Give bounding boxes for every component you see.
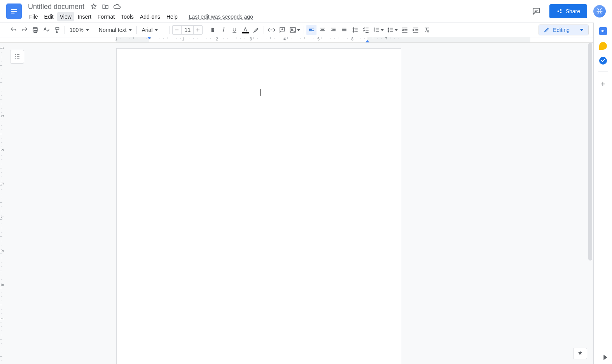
ruler-tick	[1, 159, 2, 160]
insert-image-button[interactable]	[288, 25, 301, 35]
editing-mode-button[interactable]: Editing	[539, 24, 589, 35]
ruler-tick	[1, 335, 2, 335]
add-apps-button[interactable]: +	[600, 79, 605, 89]
ruler-tick	[0, 185, 2, 186]
open-comments-button[interactable]	[529, 4, 543, 18]
ruler-tick	[394, 38, 395, 39]
ruler-tick	[185, 37, 185, 39]
menu-addons[interactable]: Add-ons	[137, 12, 163, 21]
ruler-tick	[0, 151, 2, 151]
paragraph-style-select[interactable]: Normal text	[96, 26, 135, 34]
ruler-tick	[189, 38, 189, 39]
calendar-app-icon[interactable]	[599, 27, 607, 35]
svg-rect-3	[557, 11, 558, 11]
ruler-tick	[386, 38, 386, 39]
align-center-button[interactable]	[317, 25, 327, 35]
align-left-button[interactable]	[306, 25, 316, 35]
scrollbar-thumb[interactable]	[588, 43, 592, 261]
right-indent-marker[interactable]	[365, 40, 369, 42]
ruler-number: 7	[0, 318, 5, 320]
style-value: Normal text	[99, 27, 127, 33]
checklist-button[interactable]	[361, 25, 371, 35]
ruler-tick	[270, 37, 271, 39]
docs-logo[interactable]	[6, 4, 22, 19]
align-justify-button[interactable]	[339, 25, 349, 35]
cloud-saved-icon[interactable]	[113, 3, 121, 10]
document-page[interactable]	[116, 48, 401, 364]
ruler-tick	[356, 37, 356, 39]
sidepanel-divider	[598, 72, 608, 72]
tasks-app-icon[interactable]	[599, 57, 607, 65]
ruler-tick	[1, 125, 2, 126]
svg-text:3: 3	[374, 30, 375, 33]
numbered-list-button[interactable]: 123	[372, 25, 385, 35]
show-outline-button[interactable]	[10, 50, 24, 64]
font-select[interactable]: Arial	[139, 26, 167, 34]
paint-format-button[interactable]	[52, 25, 62, 35]
ruler-tick	[0, 65, 2, 66]
ruler-tick	[232, 38, 232, 39]
menu-format[interactable]: Format	[95, 12, 117, 21]
ruler-tick	[313, 38, 313, 39]
font-size-increase-button[interactable]	[194, 26, 202, 34]
decrease-indent-button[interactable]	[400, 25, 410, 35]
ruler-tick	[1, 130, 2, 130]
last-edit-link[interactable]: Last edit was seconds ago	[189, 14, 253, 20]
ruler-tick	[279, 38, 279, 39]
font-size-group	[172, 25, 203, 35]
ruler-tick	[1, 331, 2, 331]
spellcheck-button[interactable]	[41, 25, 51, 35]
bold-button[interactable]	[208, 25, 218, 35]
star-icon[interactable]	[90, 3, 98, 10]
ruler-tick	[1, 91, 2, 91]
svg-rect-0	[11, 9, 17, 10]
menu-insert[interactable]: Insert	[75, 12, 94, 21]
menu-help[interactable]: Help	[164, 12, 180, 21]
ruler-tick	[309, 38, 309, 39]
undo-button[interactable]	[9, 25, 19, 35]
keep-app-icon[interactable]	[599, 42, 607, 50]
highlight-button[interactable]	[251, 25, 261, 35]
toolbar-separator	[304, 26, 304, 34]
menu-edit[interactable]: Edit	[42, 12, 56, 21]
vertical-ruler[interactable]: 1 1 2 3 4 5 6 7	[0, 43, 6, 364]
menu-file[interactable]: File	[26, 12, 41, 21]
hide-sidepanel-button[interactable]	[603, 355, 607, 360]
ruler-tick	[1, 360, 2, 361]
line-spacing-button[interactable]	[350, 25, 360, 35]
account-avatar[interactable]	[593, 5, 606, 18]
ruler-tick	[202, 37, 202, 39]
print-button[interactable]	[30, 25, 40, 35]
insert-link-button[interactable]	[266, 25, 276, 35]
toolbar-separator	[136, 26, 137, 34]
ruler-tick	[253, 37, 254, 39]
explore-button[interactable]	[573, 348, 587, 359]
menu-tools[interactable]: Tools	[118, 12, 136, 21]
ruler-tick	[133, 37, 134, 39]
menu-view[interactable]: View	[57, 12, 74, 21]
ruler-tick	[300, 38, 301, 39]
underline-button[interactable]	[229, 25, 240, 35]
zoom-select[interactable]: 100%	[67, 26, 91, 34]
ruler-tick	[381, 38, 382, 39]
font-size-decrease-button[interactable]	[173, 26, 181, 34]
svg-point-12	[388, 28, 389, 28]
ruler-number: 2	[216, 37, 218, 41]
redo-button[interactable]	[19, 25, 30, 35]
text-color-button[interactable]	[240, 27, 250, 33]
document-title[interactable]: Untitled document	[26, 2, 86, 12]
clear-formatting-button[interactable]	[421, 25, 432, 35]
bulleted-list-button[interactable]	[386, 25, 399, 35]
share-button[interactable]: Share	[549, 4, 587, 18]
increase-indent-button[interactable]	[411, 25, 421, 35]
move-icon[interactable]	[101, 3, 109, 10]
ruler-tick	[326, 38, 326, 39]
horizontal-ruler[interactable]: 1 1 2 3 4 5 6 7	[0, 37, 612, 43]
text-cursor	[261, 89, 261, 96]
italic-button[interactable]	[219, 25, 229, 35]
insert-comment-button[interactable]	[277, 25, 287, 35]
ruler-tick	[150, 37, 151, 39]
align-right-button[interactable]	[328, 25, 338, 35]
font-size-input[interactable]	[181, 26, 194, 34]
vertical-scrollbar[interactable]	[587, 43, 593, 288]
